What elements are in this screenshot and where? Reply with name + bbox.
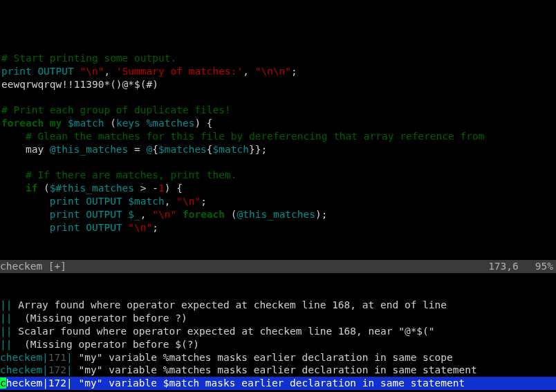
quickfix-entry[interactable]: || (Missing operator before $(?) [0,338,556,351]
quickfix-entry[interactable]: checkem|171| "my" variable %matches mask… [0,351,556,364]
code-line: print OUTPUT "\n"; [1,221,555,234]
quickfix-pane[interactable]: || Array found where operator expected a… [0,299,556,392]
quickfix-entry[interactable]: || Array found where operator expected a… [0,299,556,312]
code-line: # If there are matches, print them. [1,169,555,182]
code-line [1,91,555,104]
code-line: # Start printing some output. [1,52,555,65]
code-line: foreach my $match (keys %matches) { [1,117,555,130]
cursor: c [0,377,6,389]
quickfix-entry[interactable]: checkem|172| "my" variable $match masks … [0,377,556,390]
code-line: # Print each group of duplicate files! [1,104,555,117]
status-filename: checkem [0,261,42,272]
editor-status-bar: checkem [+] 173,6 95% [0,260,556,273]
code-line [1,156,555,169]
code-line: print OUTPUT "\n", 'Summary of matches:'… [1,65,555,78]
status-modified-flag: [+] [48,261,66,272]
quickfix-entry[interactable]: || (Missing operator before ?) [0,312,556,325]
code-line: if ($#this_matches > -1) { [1,182,555,195]
quickfix-entry[interactable]: || Scalar found where operator expected … [0,325,556,338]
code-line: print OUTPUT $match, "\n"; [1,195,555,208]
quickfix-entry[interactable]: checkem|172| "my" variable %matches mask… [0,364,556,377]
code-line: eewqrwqrqw!!11390*()@*$(#) [1,78,555,91]
status-cursor-position: 173,6 [488,260,535,273]
code-line: # Glean the matches for this file by der… [1,130,555,143]
status-percent: 95% [535,260,556,273]
code-editor-pane[interactable]: # Start printing some output.print OUTPU… [0,52,556,234]
code-line: print OUTPUT $_, "\n" foreach (@this_mat… [1,208,555,221]
code-line: may @this_matches = @{$matches{$match}}; [1,143,555,156]
